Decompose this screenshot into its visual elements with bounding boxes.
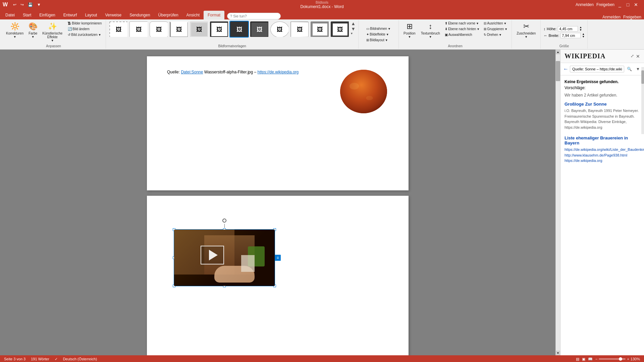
gruppieren-dropdown[interactable]: ▼	[504, 27, 507, 31]
wiki-result-2-title[interactable]: Liste ehemaliger Brauereien in Bayern	[565, 135, 640, 145]
scroll-track[interactable]	[556, 54, 560, 351]
bildrahmen-button[interactable]: ▭ Bildrahmen ▼	[365, 26, 392, 31]
freigeben-button[interactable]: Freigeben	[623, 15, 641, 19]
height-input[interactable]	[558, 26, 578, 32]
view-layout-icon[interactable]: ▣	[582, 357, 585, 361]
style-preset-10[interactable]: 🖼	[290, 21, 309, 38]
tab-layout[interactable]: Layout	[81, 11, 101, 19]
undo-button[interactable]: ↩	[12, 2, 18, 8]
wiki-link-3[interactable]: https://de.wikipedia.org	[565, 159, 602, 163]
zoom-in-button[interactable]: +	[627, 357, 629, 361]
wiki-scrollbar[interactable]	[641, 67, 644, 134]
anmelden-button[interactable]: Anmelden	[602, 15, 621, 19]
tab-ansicht[interactable]: Ansicht	[182, 11, 204, 19]
zuschneiden-dropdown[interactable]: ▼	[525, 35, 528, 39]
position-button[interactable]: ⊞ Position ▼	[401, 21, 418, 40]
tab-entwurf[interactable]: Entwurf	[59, 11, 81, 19]
tab-einfuegen[interactable]: Einfügen	[35, 11, 59, 19]
style-preset-8[interactable]: 🖼	[250, 21, 269, 38]
style-preset-7[interactable]: 🖼	[229, 21, 249, 38]
korrekturen-button[interactable]: 🔆 Korrekturen ▼	[4, 21, 25, 40]
redo-button[interactable]: ↪	[19, 2, 25, 8]
document-area[interactable]: Quelle: Datei:Sonne Wasserstoff-alpha-Fi…	[0, 50, 555, 355]
ebene-hinten-dropdown[interactable]: ▼	[477, 27, 480, 31]
ebene-vorne-dropdown[interactable]: ▼	[476, 22, 479, 25]
auswahlbereich-button[interactable]: ▣ Auswahlbereich	[443, 32, 481, 37]
drehen-button[interactable]: ↻ Drehen ▼	[482, 32, 509, 37]
tab-verweise[interactable]: Verweise	[101, 11, 125, 19]
ebene-hinten-button[interactable]: ⬇ Ebene nach hinten ▼	[443, 26, 481, 32]
rotate-handle[interactable]	[222, 219, 226, 223]
tab-ueberprufen[interactable]: Überprüfen	[154, 11, 182, 19]
search-input[interactable]	[227, 13, 281, 19]
width-input[interactable]	[560, 33, 581, 38]
style-preset-5[interactable]: 🖼	[189, 21, 209, 38]
ausrichten-dropdown[interactable]: ▼	[503, 22, 506, 25]
bild-zuruecksetzen-dropdown[interactable]: ▼	[98, 33, 101, 37]
style-preset-4[interactable]: 🖼	[169, 21, 189, 38]
vertical-scrollbar[interactable]: ▲ ▼	[555, 50, 560, 355]
bildeffekte-button[interactable]: ✦ Bildeffekte ▼	[365, 32, 390, 37]
farbe-dropdown[interactable]: ▼	[32, 35, 35, 39]
height-down[interactable]: ▼	[579, 29, 582, 32]
bildrahmen-dropdown[interactable]: ▼	[388, 27, 391, 31]
quick-access-dropdown[interactable]: ▼	[36, 2, 42, 8]
bild-aendern-button[interactable]: 🔄 Bild ändern	[66, 26, 103, 32]
minimize-button[interactable]: _	[617, 2, 623, 7]
zoom-slider[interactable]	[599, 358, 626, 360]
bildlayout-dropdown[interactable]: ▼	[385, 39, 388, 42]
wiki-back-button[interactable]: ←	[563, 66, 569, 72]
wiki-close-button[interactable]: ✕	[636, 54, 640, 59]
play-button-container[interactable]	[201, 246, 224, 264]
style-preset-1[interactable]: 🖼	[109, 21, 128, 38]
bilder-komprimieren-button[interactable]: 🗜 Bilder komprimieren	[66, 21, 103, 26]
source-link-wikipedia[interactable]: https://de.wikipedia.org	[258, 70, 299, 74]
style-preset-6[interactable]: 🖼	[209, 21, 229, 38]
bildeffekte-dropdown[interactable]: ▼	[386, 33, 389, 36]
sign-in-button[interactable]: Anmelden	[576, 2, 594, 7]
close-button[interactable]: ✕	[633, 2, 639, 7]
play-button-box[interactable]	[201, 246, 224, 264]
width-down[interactable]: ▼	[582, 36, 585, 38]
view-normal-icon[interactable]: ▤	[576, 357, 579, 361]
spelling-check-icon[interactable]: ✓	[55, 357, 58, 361]
preset-more[interactable]: ▾	[351, 32, 356, 35]
textumbruch-dropdown[interactable]: ▼	[429, 35, 432, 39]
zoom-out-button[interactable]: −	[595, 357, 597, 361]
save-button[interactable]: 💾	[26, 2, 34, 8]
ausrichten-button[interactable]: ⊟ Ausrichten ▼	[482, 21, 509, 26]
tab-sendungen[interactable]: Sendungen	[125, 11, 154, 19]
wiki-search-button[interactable]: 🔍	[626, 66, 633, 72]
bild-zuruecksetzen-button[interactable]: ↺ Bild zurücksetzen ▼	[66, 32, 103, 37]
position-dropdown[interactable]: ▼	[408, 35, 411, 39]
drehen-dropdown[interactable]: ▼	[499, 33, 502, 37]
wiki-scroll-thumb[interactable]	[641, 70, 644, 84]
video-thumbnail[interactable]	[174, 230, 275, 286]
scroll-down-button[interactable]: ▼	[556, 351, 560, 355]
style-preset-3[interactable]: 🖼	[149, 21, 168, 38]
layout-options-icon[interactable]: ≡	[275, 255, 281, 261]
bildlayout-button[interactable]: ⊞ Bildlayout ▼	[365, 38, 389, 43]
ebene-vorne-button[interactable]: ⬆ Ebene nach vorne ▼	[443, 21, 481, 26]
wiki-link-2[interactable]: http://www.klausehm.de/Page938.html	[565, 153, 627, 157]
style-preset-11[interactable]: 🖼	[310, 21, 329, 38]
zoom-slider-thumb[interactable]	[619, 357, 622, 361]
maximize-button[interactable]: □	[625, 2, 631, 7]
kuenstlerische-effekte-button[interactable]: ✨ Künstlerische Effekte ▼	[40, 21, 64, 44]
wiki-result-1-title[interactable]: Großloge Zur Sonne	[565, 102, 640, 107]
zuschneiden-button[interactable]: ✂ Zuschneiden ▼	[515, 21, 538, 40]
wiki-dropdown-button[interactable]: ▼	[635, 66, 641, 72]
wiki-search-input[interactable]	[570, 66, 624, 72]
wiki-link-1[interactable]: https://de.wikipedia.org/wiki/Liste_der_…	[565, 147, 644, 152]
korrekturen-dropdown[interactable]: ▼	[13, 35, 16, 39]
gruppieren-button[interactable]: ⊞ Gruppieren ▼	[482, 26, 509, 32]
scroll-up-button[interactable]: ▲	[556, 50, 560, 54]
wiki-expand-button[interactable]: ⤢	[631, 54, 634, 59]
tab-format[interactable]: Format	[204, 11, 224, 19]
preset-scroll-up[interactable]: ▲	[351, 21, 356, 26]
view-read-icon[interactable]: 📖	[588, 357, 593, 361]
style-preset-2[interactable]: 🖼	[129, 21, 148, 38]
farbe-button[interactable]: 🎨 Farbe ▼	[26, 21, 40, 40]
style-preset-9[interactable]: 🖼	[270, 21, 289, 38]
textumbruch-button[interactable]: ↕ Textumbruch ▼	[419, 21, 442, 40]
